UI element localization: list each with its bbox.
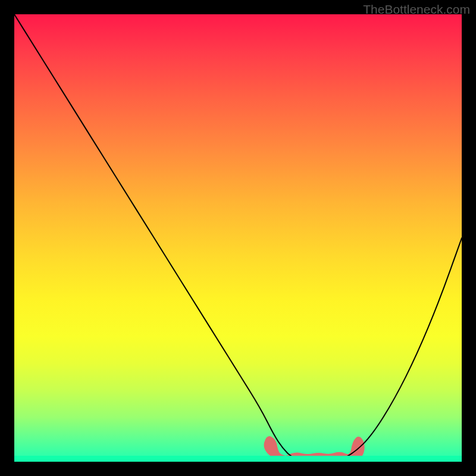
baseline-strip bbox=[14, 456, 462, 462]
watermark-text: TheBottleneck.com bbox=[363, 2, 470, 17]
plot-area bbox=[14, 14, 462, 462]
bottleneck-curve-line bbox=[14, 14, 462, 462]
curve-layer bbox=[14, 14, 462, 462]
